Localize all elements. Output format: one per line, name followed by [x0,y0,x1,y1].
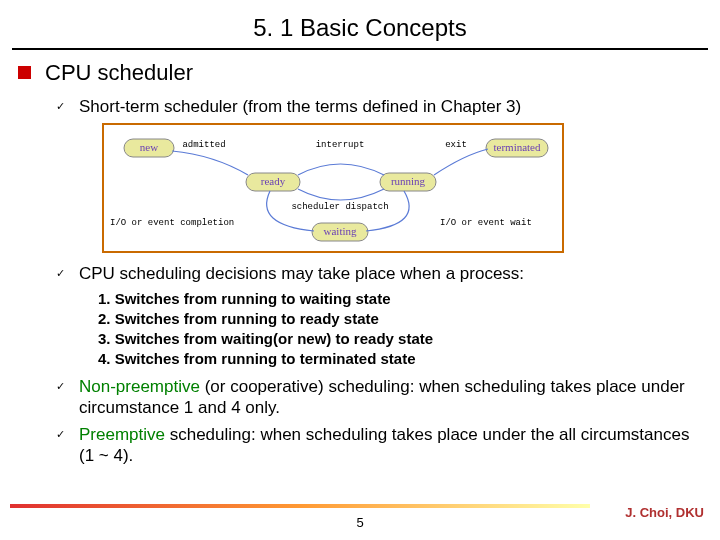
label-admitted: admitted [182,140,225,150]
heading-text: CPU scheduler [45,60,193,86]
sub-item-2: 2. Switches from running to ready state [98,309,702,329]
square-bullet-icon [18,66,31,79]
node-new: new [124,139,174,157]
check-icon: ✓ [56,380,65,393]
point-2: ✓ CPU scheduling decisions may take plac… [56,263,702,284]
point-4: ✓ Preemptive scheduling: when scheduling… [56,424,702,467]
edge-exit [434,149,488,175]
node-terminated: terminated [486,139,548,157]
point-4-text: Preemptive scheduling: when scheduling t… [79,424,702,467]
slide-body: CPU scheduler ✓ Short-term scheduler (fr… [0,60,720,467]
point-1-text: Short-term scheduler (from the terms def… [79,96,521,117]
point-3: ✓ Non-preemptive (or cooperative) schedu… [56,376,702,419]
author-credit: J. Choi, DKU [625,505,704,520]
point-2-text: CPU scheduling decisions may take place … [79,263,524,284]
sub-item-1: 1. Switches from running to waiting stat… [98,289,702,309]
label-iocomp: I/O or event completion [110,218,234,228]
page-number: 5 [0,515,720,530]
sub-list: 1. Switches from running to waiting stat… [98,289,702,370]
svg-text:new: new [140,141,158,153]
edge-dispatch [298,189,384,200]
check-icon: ✓ [56,100,65,113]
label-iowait: I/O or event wait [440,218,532,228]
node-waiting: waiting [312,223,368,241]
check-icon: ✓ [56,428,65,441]
sub-item-3: 3. Switches from waiting(or new) to read… [98,329,702,349]
svg-text:running: running [391,175,426,187]
label-exit: exit [445,140,467,150]
title-rule [12,48,708,50]
label-dispatch: scheduler dispatch [291,202,388,212]
node-running: running [380,173,436,191]
node-ready: ready [246,173,300,191]
term-preemptive: Preemptive [79,425,165,444]
footer-gradient-rule [10,504,590,508]
sub-item-4: 4. Switches from running to terminated s… [98,349,702,369]
point-1: ✓ Short-term scheduler (from the terms d… [56,96,702,117]
label-interrupt: interrupt [316,140,365,150]
point-3-text: Non-preemptive (or cooperative) scheduli… [79,376,702,419]
svg-text:ready: ready [261,175,286,187]
edge-admitted [172,151,248,175]
process-state-diagram: new terminated ready running waiting [102,123,564,253]
edge-interrupt [298,164,384,175]
check-icon: ✓ [56,267,65,280]
heading-row: CPU scheduler [18,60,702,86]
svg-text:terminated: terminated [493,141,541,153]
slide-title: 5. 1 Basic Concepts [0,0,720,48]
point-4-rest: scheduling: when scheduling takes place … [79,425,689,465]
slide: 5. 1 Basic Concepts CPU scheduler ✓ Shor… [0,0,720,540]
term-nonpreemptive: Non-preemptive [79,377,200,396]
svg-text:waiting: waiting [324,225,357,237]
